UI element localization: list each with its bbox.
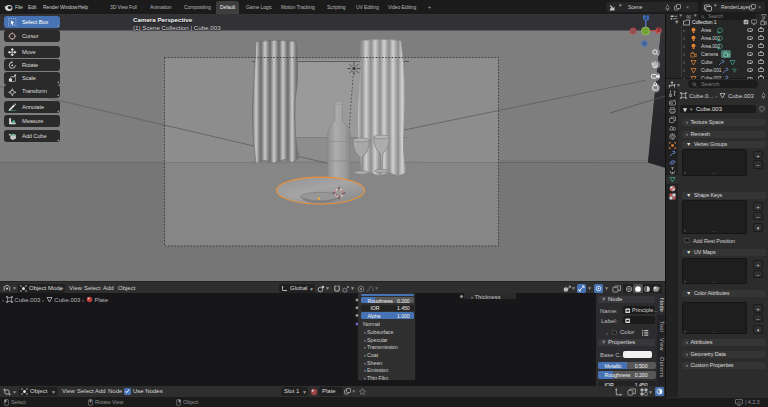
svg-text:‹: ‹ <box>659 29 661 35</box>
svg-text:Z: Z <box>645 15 648 20</box>
